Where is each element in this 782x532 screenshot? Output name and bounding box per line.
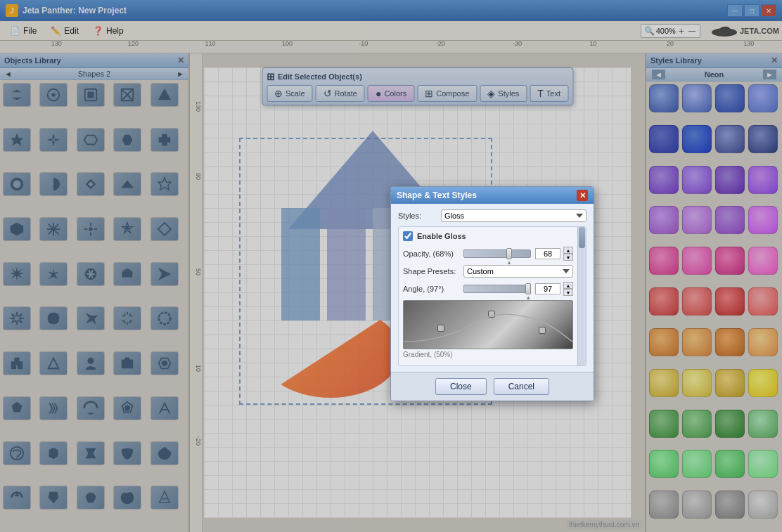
- shape-item[interactable]: [39, 351, 68, 375]
- shape-item[interactable]: [77, 486, 105, 510]
- cancel-button[interactable]: Cancel: [494, 378, 549, 395]
- style-item[interactable]: [715, 166, 745, 194]
- shape-item[interactable]: [77, 83, 105, 107]
- close-button[interactable]: Close: [435, 378, 487, 395]
- styles-next[interactable]: ►: [763, 70, 776, 79]
- style-item[interactable]: [682, 410, 712, 438]
- shape-item[interactable]: [150, 396, 179, 420]
- gradient-preview[interactable]: [403, 300, 573, 349]
- style-item[interactable]: [715, 410, 745, 438]
- opacity-down[interactable]: ▼: [563, 254, 573, 261]
- shape-item[interactable]: [39, 172, 68, 196]
- shape-item[interactable]: [113, 83, 141, 107]
- shape-item[interactable]: [3, 486, 31, 510]
- style-item[interactable]: [682, 206, 712, 234]
- shape-item[interactable]: [113, 441, 141, 465]
- style-item[interactable]: [649, 450, 679, 478]
- style-item[interactable]: [682, 247, 712, 275]
- shape-item[interactable]: [39, 217, 68, 241]
- style-item[interactable]: [649, 166, 679, 194]
- angle-up[interactable]: ▲: [563, 282, 573, 289]
- opacity-slider[interactable]: [463, 249, 531, 258]
- style-item[interactable]: [649, 247, 679, 275]
- shape-item[interactable]: [3, 262, 31, 286]
- style-item[interactable]: [748, 166, 778, 194]
- style-item[interactable]: [649, 125, 679, 153]
- shape-item[interactable]: [39, 441, 68, 465]
- shape-item[interactable]: [39, 396, 68, 420]
- styles-select[interactable]: Gloss Matte Neon: [441, 209, 586, 222]
- angle-value[interactable]: 97: [535, 283, 560, 294]
- styles-library-close[interactable]: ✕: [771, 56, 778, 65]
- shape-item[interactable]: [77, 217, 105, 241]
- shape-presets-select[interactable]: Custom Preset 1 Preset 2: [463, 265, 573, 278]
- shape-item[interactable]: [3, 128, 31, 152]
- style-item[interactable]: [682, 84, 712, 112]
- style-item[interactable]: [748, 84, 778, 112]
- shape-item[interactable]: [3, 351, 31, 375]
- shape-item[interactable]: [113, 306, 141, 330]
- shape-item[interactable]: [3, 83, 31, 107]
- style-item[interactable]: [649, 410, 679, 438]
- style-item[interactable]: [715, 369, 745, 397]
- style-item[interactable]: [682, 287, 712, 316]
- shapes-prev[interactable]: ◄: [4, 70, 12, 78]
- style-item[interactable]: [715, 125, 745, 153]
- rotate-button[interactable]: ↺ Rotate: [316, 85, 365, 102]
- dialog-scrollbar[interactable]: [577, 227, 586, 365]
- style-item[interactable]: [748, 206, 778, 234]
- shape-item[interactable]: [150, 217, 179, 241]
- shape-item[interactable]: [77, 262, 105, 286]
- styles-button[interactable]: ◈ Styles: [480, 85, 527, 102]
- style-item[interactable]: [748, 491, 778, 519]
- style-item[interactable]: [748, 287, 778, 316]
- shape-item[interactable]: [3, 217, 31, 241]
- shape-item[interactable]: [77, 306, 105, 330]
- scale-button[interactable]: ⊕ Scale: [267, 85, 313, 102]
- shape-item[interactable]: [150, 306, 179, 330]
- shape-item[interactable]: [150, 441, 179, 465]
- zoom-plus[interactable]: +: [677, 25, 686, 37]
- shape-item[interactable]: [3, 396, 31, 420]
- shapes-next[interactable]: ►: [177, 70, 184, 78]
- style-item[interactable]: [649, 287, 679, 316]
- shape-item[interactable]: [39, 486, 68, 510]
- shape-item[interactable]: [77, 396, 105, 420]
- shape-item[interactable]: [39, 306, 68, 330]
- opacity-value[interactable]: 68: [535, 248, 560, 259]
- enable-gloss-checkbox[interactable]: [403, 231, 413, 241]
- shape-item[interactable]: [150, 351, 179, 375]
- shape-item[interactable]: [150, 486, 179, 510]
- opacity-up[interactable]: ▲: [563, 247, 573, 254]
- shape-item[interactable]: [150, 128, 179, 152]
- style-item[interactable]: [682, 450, 712, 478]
- style-item[interactable]: [748, 450, 778, 478]
- shape-item[interactable]: [150, 262, 179, 286]
- menu-file[interactable]: 📄 File: [3, 25, 44, 37]
- style-item[interactable]: [715, 287, 745, 316]
- shape-item[interactable]: [39, 128, 68, 152]
- shape-item[interactable]: [150, 83, 179, 107]
- scrollbar-thumb[interactable]: [579, 227, 585, 248]
- style-item[interactable]: [748, 328, 778, 356]
- shape-item[interactable]: [3, 441, 31, 465]
- style-item[interactable]: [715, 328, 745, 356]
- style-item[interactable]: [748, 125, 778, 153]
- angle-thumb[interactable]: [525, 283, 531, 294]
- opacity-thumb[interactable]: [506, 248, 512, 259]
- style-item[interactable]: [649, 328, 679, 356]
- styles-prev[interactable]: ◄: [652, 70, 665, 79]
- style-item[interactable]: [715, 247, 745, 275]
- shape-item[interactable]: [39, 83, 68, 107]
- shape-item[interactable]: [113, 396, 141, 420]
- dialog-close-button[interactable]: ✕: [577, 190, 588, 201]
- shape-item[interactable]: [113, 217, 141, 241]
- style-item[interactable]: [682, 491, 712, 519]
- style-item[interactable]: [682, 328, 712, 356]
- shape-item[interactable]: [113, 128, 141, 152]
- style-item[interactable]: [649, 206, 679, 234]
- style-item[interactable]: [649, 84, 679, 112]
- shape-item[interactable]: [77, 351, 105, 375]
- zoom-minus[interactable]: ─: [687, 25, 697, 37]
- angle-slider[interactable]: [463, 285, 531, 293]
